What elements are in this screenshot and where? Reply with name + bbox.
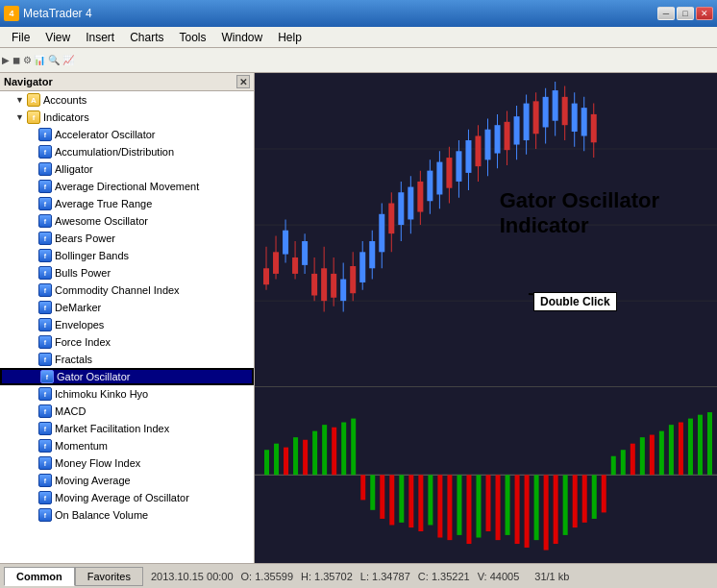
svg-rect-87 [370, 476, 375, 511]
svg-rect-69 [572, 104, 578, 132]
svg-rect-105 [544, 476, 549, 551]
svg-rect-90 [399, 476, 404, 524]
svg-rect-110 [592, 476, 597, 520]
indicator-label: Force Index [55, 336, 111, 348]
svg-rect-37 [417, 182, 423, 212]
svg-rect-106 [554, 476, 558, 545]
minimize-button[interactable]: ─ [657, 7, 675, 20]
list-item[interactable]: f Bollinger Bands [0, 247, 254, 264]
svg-rect-99 [486, 476, 491, 532]
svg-rect-78 [284, 448, 288, 476]
indicator-label: Market Facilitation Index [55, 423, 169, 434]
svg-rect-7 [273, 252, 279, 274]
list-item[interactable]: f Envelopes [0, 316, 254, 333]
menu-bar: File View Insert Charts Tools Window Hel… [0, 27, 717, 48]
list-item[interactable]: f Bears Power [0, 230, 254, 247]
svg-rect-45 [456, 151, 461, 182]
list-item[interactable]: f Fractals [0, 351, 254, 368]
indicator-label: Fractals [55, 354, 92, 365]
svg-rect-109 [582, 476, 587, 524]
svg-rect-121 [698, 415, 703, 476]
svg-rect-84 [341, 423, 346, 476]
svg-rect-107 [563, 476, 568, 536]
svg-rect-83 [332, 428, 336, 476]
menu-insert[interactable]: Insert [78, 29, 122, 46]
indicator-label: Awesome Oscillator [55, 215, 148, 227]
list-item[interactable]: f Moving Average of Oscillator [0, 489, 254, 506]
svg-rect-104 [534, 476, 539, 541]
menu-help[interactable]: Help [270, 29, 309, 46]
svg-rect-15 [311, 274, 317, 296]
list-item[interactable]: f DeMarker [0, 299, 254, 316]
gator-oscillator-item[interactable]: f Gator Oscillator [0, 368, 254, 385]
tree-accounts[interactable]: ▼ A Accounts [0, 91, 254, 109]
svg-rect-95 [447, 476, 452, 541]
list-item[interactable]: f On Balance Volume [0, 506, 254, 524]
svg-rect-120 [688, 419, 693, 476]
svg-rect-27 [369, 241, 375, 268]
svg-rect-61 [533, 101, 539, 134]
tree-indicators[interactable]: ▼ f Indicators [0, 109, 254, 126]
list-item[interactable]: f Moving Average [0, 472, 254, 489]
tab-favorites[interactable]: Favorites [75, 567, 143, 586]
status-high: H: 1.35702 [301, 571, 353, 582]
svg-rect-57 [514, 116, 520, 144]
svg-rect-5 [263, 268, 269, 284]
svg-rect-65 [553, 90, 558, 121]
svg-rect-101 [506, 476, 510, 536]
list-item[interactable]: f Momentum [0, 437, 254, 454]
list-item[interactable]: f Market Facilitation Index [0, 420, 254, 437]
list-item[interactable]: f Accelerator Oscillator [0, 126, 254, 143]
svg-rect-23 [350, 266, 356, 293]
annotation-title: Gator Oscillator [500, 188, 659, 213]
indicator-label: Bollinger Bands [55, 250, 129, 261]
list-item[interactable]: f Commodity Channel Index [0, 282, 254, 299]
menu-window[interactable]: Window [214, 29, 271, 46]
close-button[interactable]: ✕ [696, 7, 713, 20]
app-title: MetaTrader 4 [23, 7, 92, 20]
svg-rect-86 [360, 476, 365, 501]
svg-rect-53 [495, 125, 501, 153]
svg-rect-115 [640, 438, 645, 476]
svg-rect-29 [379, 214, 384, 253]
list-item[interactable]: f Alligator [0, 160, 254, 178]
menu-file[interactable]: File [4, 29, 37, 46]
indicator-label: Accelerator Oscillator [55, 129, 156, 140]
app-icon: 4 [4, 6, 19, 21]
svg-rect-85 [351, 419, 356, 476]
menu-tools[interactable]: Tools [172, 29, 214, 46]
window-controls: ─ □ ✕ [657, 7, 713, 20]
list-item[interactable]: f MACD [0, 403, 254, 420]
indicator-label: Accumulation/Distribution [55, 146, 174, 158]
svg-rect-79 [293, 438, 298, 476]
tab-common[interactable]: Common [4, 567, 75, 586]
indicator-label: Ichimoku Kinko Hyo [55, 388, 148, 400]
svg-rect-103 [525, 476, 530, 549]
indicator-label: Bulls Power [55, 267, 111, 279]
list-item[interactable]: f Average True Range [0, 195, 254, 212]
list-item[interactable]: f Awesome Oscillator [0, 212, 254, 230]
list-item[interactable]: f Accumulation/Distribution [0, 143, 254, 160]
svg-rect-113 [621, 451, 626, 476]
maximize-button[interactable]: □ [677, 7, 694, 20]
main-content: Navigator ✕ ▼ A Accounts ▼ f Indicators … [0, 73, 717, 563]
navigator-close-button[interactable]: ✕ [236, 75, 250, 88]
menu-charts[interactable]: Charts [122, 29, 171, 46]
svg-rect-73 [591, 114, 597, 142]
menu-view[interactable]: View [37, 29, 78, 46]
svg-rect-91 [408, 476, 413, 528]
svg-rect-100 [496, 476, 501, 541]
list-item[interactable]: f Money Flow Index [0, 454, 254, 472]
svg-rect-118 [669, 426, 674, 476]
svg-rect-89 [389, 476, 394, 526]
list-item[interactable]: f Ichimoku Kinko Hyo [0, 385, 254, 403]
list-item[interactable]: f Average Directional Movement [0, 178, 254, 195]
indicator-label: Gator Oscillator [57, 371, 130, 382]
svg-rect-41 [436, 162, 442, 195]
svg-rect-31 [388, 204, 394, 234]
list-item[interactable]: f Bulls Power [0, 264, 254, 282]
status-close: C: 1.35221 [418, 571, 470, 582]
navigator-body[interactable]: ▼ A Accounts ▼ f Indicators f Accelerato… [0, 91, 254, 563]
list-item[interactable]: f Force Index [0, 333, 254, 351]
indicator-label: Moving Average of Oscillator [55, 492, 189, 503]
